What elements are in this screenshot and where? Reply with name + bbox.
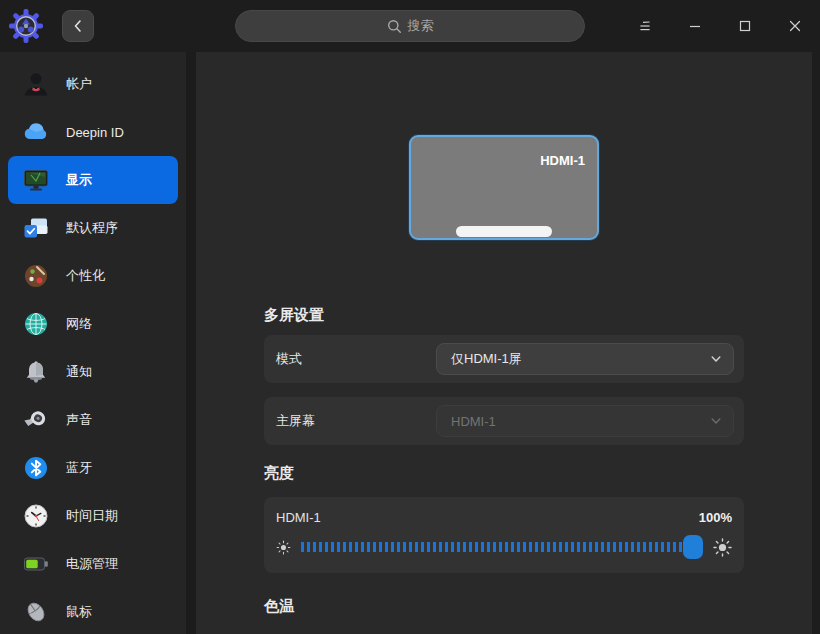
control-center-window: 搜索 — [0, 0, 820, 634]
sidebar-item-label: 声音 — [66, 411, 92, 429]
sidebar-item-label: 鼠标 — [66, 603, 92, 621]
app-logo-gear-icon — [8, 8, 44, 44]
sidebar-item-label: Deepin ID — [66, 125, 124, 140]
sidebar-item-label: 帐户 — [66, 75, 92, 93]
chevron-down-icon — [709, 414, 723, 428]
window-body: 帐户 Deepin ID 显示 — [0, 52, 820, 634]
brightness-slider-thumb[interactable] — [683, 535, 703, 559]
hamburger-menu-icon — [637, 18, 653, 34]
brightness-monitor-name: HDMI-1 — [276, 510, 321, 525]
sidebar-item-label: 默认程序 — [66, 219, 118, 237]
battery-icon — [22, 550, 50, 578]
search-icon — [387, 19, 402, 34]
brightness-card: HDMI-1 100% — [264, 497, 744, 573]
clock-icon — [22, 502, 50, 530]
default-apps-icon — [22, 214, 50, 242]
window-controls — [620, 0, 820, 52]
chevron-down-icon — [709, 352, 723, 366]
close-button[interactable] — [770, 0, 820, 52]
primary-screen-dropdown[interactable]: HDMI-1 — [436, 405, 734, 437]
sidebar-item-label: 显示 — [66, 171, 92, 189]
sidebar-item-accounts[interactable]: 帐户 — [8, 60, 178, 108]
maximize-icon — [737, 18, 753, 34]
section-title-multi-screen: 多屏设置 — [264, 306, 744, 325]
brightness-slider-track — [301, 542, 699, 552]
mode-dropdown-value: 仅HDMI-1屏 — [451, 350, 522, 368]
bluetooth-icon — [22, 454, 50, 482]
section-title-brightness: 亮度 — [264, 464, 744, 483]
sound-speaker-icon — [22, 406, 50, 434]
sidebar-item-network[interactable]: 网络 — [8, 300, 178, 348]
sidebar-item-sound[interactable]: 声音 — [8, 396, 178, 444]
monitor-taskbar-indicator — [456, 226, 552, 237]
search-placeholder: 搜索 — [408, 17, 434, 35]
close-icon — [787, 18, 803, 34]
sidebar-item-personalization[interactable]: 个性化 — [8, 252, 178, 300]
sidebar-item-deepin-id[interactable]: Deepin ID — [8, 108, 178, 156]
sidebar-item-mouse[interactable]: 鼠标 — [8, 588, 178, 634]
monitor-preview-label: HDMI-1 — [540, 153, 585, 168]
sidebar-item-datetime[interactable]: 时间日期 — [8, 492, 178, 540]
sidebar-content-divider — [186, 52, 196, 634]
mode-dropdown[interactable]: 仅HDMI-1屏 — [436, 343, 734, 375]
cloud-icon — [22, 118, 50, 146]
sidebar-item-default-apps[interactable]: 默认程序 — [8, 204, 178, 252]
minimize-button[interactable] — [670, 0, 720, 52]
sidebar: 帐户 Deepin ID 显示 — [0, 52, 186, 634]
primary-screen-label: 主屏幕 — [276, 412, 315, 430]
monitor-preview-area: HDMI-1 — [264, 135, 744, 240]
monitor-preview[interactable]: HDMI-1 — [409, 135, 599, 240]
primary-screen-row: 主屏幕 HDMI-1 — [264, 397, 744, 445]
sidebar-item-label: 网络 — [66, 315, 92, 333]
display-icon — [22, 166, 50, 194]
brightness-value: 100% — [699, 510, 732, 525]
maximize-button[interactable] — [720, 0, 770, 52]
sidebar-item-display[interactable]: 显示 — [8, 156, 178, 204]
minimize-icon — [687, 18, 703, 34]
network-icon — [22, 310, 50, 338]
section-title-color-temperature: 色温 — [264, 597, 744, 616]
sidebar-item-label: 时间日期 — [66, 507, 118, 525]
chevron-left-icon — [71, 19, 85, 33]
primary-screen-dropdown-value: HDMI-1 — [451, 414, 496, 429]
mode-row: 模式 仅HDMI-1屏 — [264, 335, 744, 383]
menu-button[interactable] — [620, 0, 670, 52]
brightness-low-icon — [276, 540, 291, 555]
search-input[interactable]: 搜索 — [235, 10, 585, 42]
personalization-icon — [22, 262, 50, 290]
account-icon — [22, 70, 50, 98]
brightness-slider[interactable] — [301, 535, 703, 559]
sidebar-item-label: 电源管理 — [66, 555, 118, 573]
sidebar-item-notifications[interactable]: 通知 — [8, 348, 178, 396]
sidebar-item-label: 通知 — [66, 363, 92, 381]
sidebar-item-bluetooth[interactable]: 蓝牙 — [8, 444, 178, 492]
back-button[interactable] — [62, 10, 94, 42]
mode-label: 模式 — [276, 350, 302, 368]
titlebar: 搜索 — [0, 0, 820, 52]
sidebar-item-power[interactable]: 电源管理 — [8, 540, 178, 588]
notification-bell-icon — [22, 358, 50, 386]
display-settings-panel: HDMI-1 多屏设置 模式 仅HDMI-1屏 — [196, 52, 820, 634]
brightness-high-icon — [713, 538, 732, 557]
sidebar-item-label: 个性化 — [66, 267, 105, 285]
sidebar-item-label: 蓝牙 — [66, 459, 92, 477]
mouse-icon — [22, 598, 50, 626]
